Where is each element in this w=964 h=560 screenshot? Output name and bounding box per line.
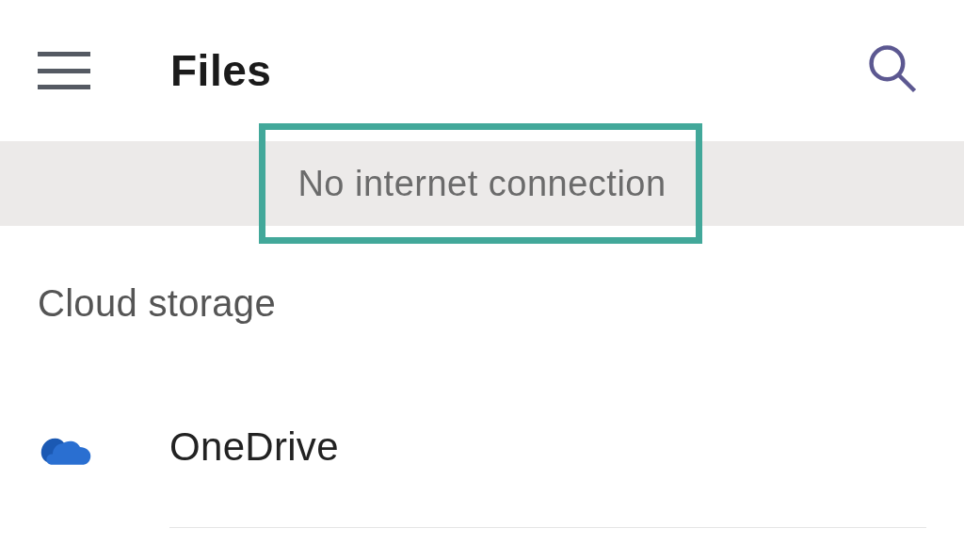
content-area: Cloud storage OneDrive bbox=[0, 226, 964, 528]
search-icon[interactable] bbox=[859, 35, 926, 106]
storage-item-label: OneDrive bbox=[169, 424, 339, 470]
svg-line-1 bbox=[899, 75, 915, 91]
onedrive-icon bbox=[38, 419, 94, 475]
svg-point-0 bbox=[872, 48, 904, 80]
app-header: Files bbox=[0, 0, 964, 141]
page-title: Files bbox=[170, 45, 859, 96]
storage-item-onedrive[interactable]: OneDrive bbox=[38, 419, 926, 475]
section-title: Cloud storage bbox=[38, 282, 926, 325]
menu-icon[interactable] bbox=[38, 52, 90, 89]
divider bbox=[169, 527, 926, 528]
highlight-box bbox=[259, 123, 702, 244]
offline-banner: No internet connection bbox=[0, 141, 964, 226]
